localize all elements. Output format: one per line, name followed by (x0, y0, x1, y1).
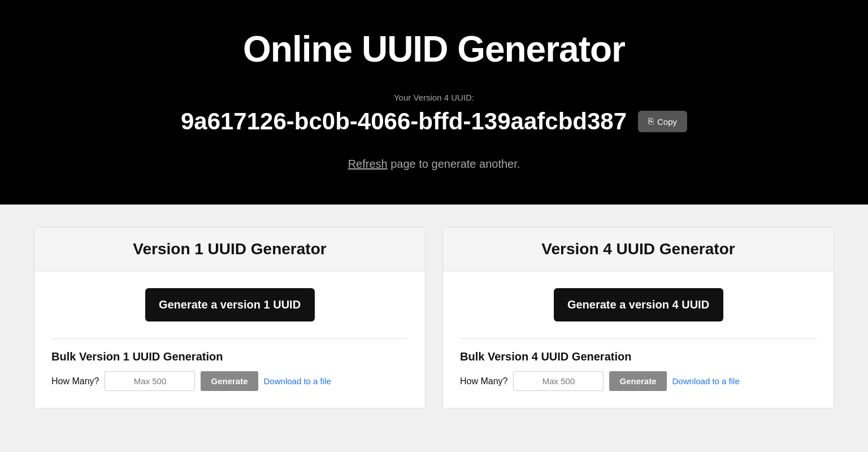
card-v1-body: Generate a version 1 UUID Bulk Version 1… (34, 271, 425, 408)
bulk-v1-label: How Many? (51, 376, 99, 386)
bulk-v1-section: Bulk Version 1 UUID Generation How Many?… (51, 338, 408, 391)
refresh-suffix: page to generate another. (388, 158, 520, 170)
card-v4: Version 4 UUID Generator Generate a vers… (442, 227, 834, 408)
card-v1-title: Version 1 UUID Generator (51, 240, 408, 258)
bulk-v4-section: Bulk Version 4 UUID Generation How Many?… (460, 338, 817, 391)
uuid-display-row: 9a617126-bc0b-4066-bffd-139aafcbd387 ⎘ C… (11, 108, 857, 135)
uuid-value: 9a617126-bc0b-4066-bffd-139aafcbd387 (181, 108, 627, 135)
page-title: Online UUID Generator (11, 28, 857, 70)
hero-section: Online UUID Generator Your Version 4 UUI… (0, 0, 868, 205)
bulk-v1-generate-button[interactable]: Generate (201, 371, 258, 391)
bulk-v4-label: How Many? (460, 376, 507, 386)
copy-button[interactable]: ⎘ Copy (638, 111, 687, 132)
card-v4-title: Version 4 UUID Generator (460, 240, 817, 258)
clipboard-icon: ⎘ (648, 116, 654, 127)
card-v4-body: Generate a version 4 UUID Bulk Version 4… (443, 271, 834, 408)
card-v1: Version 1 UUID Generator Generate a vers… (34, 227, 426, 408)
uuid-label: Your Version 4 UUID: (11, 93, 857, 102)
refresh-link[interactable]: Refresh (348, 158, 388, 170)
bulk-v1-download-link[interactable]: Download to a file (264, 376, 331, 386)
bulk-v4-title: Bulk Version 4 UUID Generation (460, 350, 817, 363)
bulk-v4-row: How Many? Generate Download to a file (460, 371, 817, 391)
generate-v4-button[interactable]: Generate a version 4 UUID (554, 288, 723, 321)
generate-v1-button[interactable]: Generate a version 1 UUID (145, 288, 315, 321)
copy-button-label: Copy (657, 117, 677, 127)
bulk-v4-generate-button[interactable]: Generate (609, 371, 666, 391)
card-v4-header: Version 4 UUID Generator (443, 228, 834, 271)
bulk-v4-input[interactable] (513, 371, 604, 391)
cards-section: Version 1 UUID Generator Generate a vers… (0, 205, 868, 431)
bulk-v4-download-link[interactable]: Download to a file (672, 376, 740, 386)
bulk-v1-title: Bulk Version 1 UUID Generation (51, 350, 408, 363)
refresh-text: Refresh page to generate another. (11, 158, 857, 171)
bulk-v1-input[interactable] (105, 371, 195, 391)
bulk-v1-row: How Many? Generate Download to a file (51, 371, 408, 391)
card-v1-header: Version 1 UUID Generator (34, 228, 425, 271)
